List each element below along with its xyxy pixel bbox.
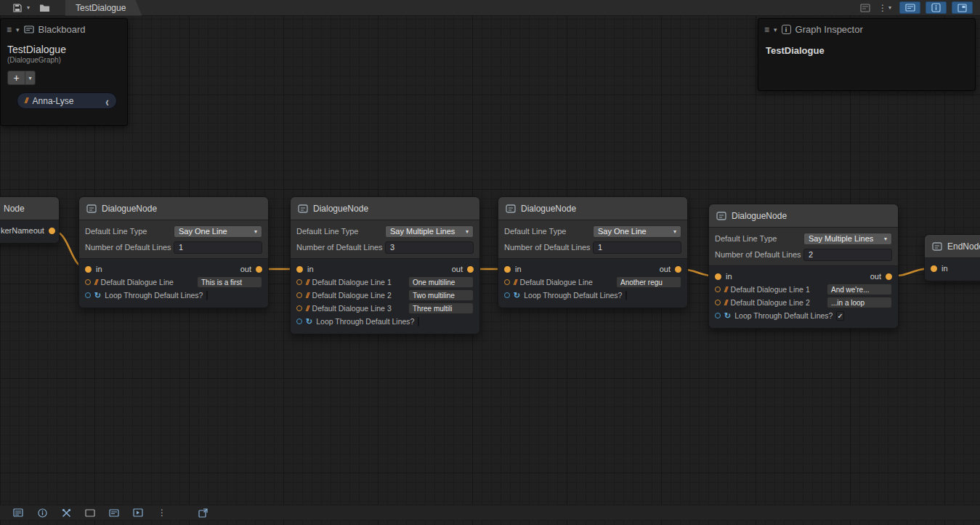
- dialogue-line-field[interactable]: ...in a loop: [827, 297, 892, 308]
- out-port[interactable]: [675, 266, 681, 273]
- line-type-label: Default Line Type: [296, 227, 385, 236]
- in-port[interactable]: [931, 265, 937, 272]
- dialogue-node-icon: [298, 204, 308, 214]
- loop-checkbox[interactable]: [418, 317, 419, 326]
- node-title: DialogueNode: [732, 211, 787, 221]
- more-button[interactable]: ⋮: [154, 507, 170, 519]
- dialogue-node-icon: [716, 211, 726, 221]
- line-port[interactable]: [296, 292, 302, 298]
- node-title-bar[interactable]: EndNode: [925, 235, 980, 258]
- dots-icon: ⋮: [878, 3, 887, 13]
- node-title-bar[interactable]: DialogueNode: [79, 197, 268, 220]
- dialogue-line-field[interactable]: Two multiline: [408, 289, 474, 301]
- inspector-toggle-icon: [931, 3, 941, 12]
- in-port[interactable]: [85, 266, 92, 273]
- blackboard-toggle-button[interactable]: [899, 1, 920, 14]
- node-title-bar[interactable]: Node: [0, 197, 59, 220]
- dialogue-line-field[interactable]: And we're...: [827, 284, 892, 295]
- dialogue-line-label: Default Dialogue Line 1: [731, 285, 810, 294]
- loop-checkbox[interactable]: ✓: [836, 311, 843, 321]
- loop-label: Loop Through Default Lines?: [316, 317, 414, 326]
- line-type-dropdown[interactable]: Say One Line ▾: [174, 225, 262, 238]
- top-toolbar: ▾ TestDialogue ⋮ ▾: [0, 0, 980, 16]
- open-folder-button[interactable]: [37, 1, 52, 15]
- dots-icon: ⋮: [158, 508, 166, 518]
- line-port[interactable]: [85, 279, 91, 285]
- in-port[interactable]: [504, 266, 511, 273]
- dialogue-line-field[interactable]: This is a first: [197, 276, 262, 288]
- out-port[interactable]: [886, 273, 892, 280]
- in-port[interactable]: [715, 273, 721, 280]
- collapse-caret-icon[interactable]: ▾: [16, 26, 20, 33]
- dialogue-line-field[interactable]: Another regu: [616, 276, 681, 288]
- save-button[interactable]: [10, 1, 25, 15]
- node-title-bar[interactable]: DialogueNode: [291, 197, 479, 220]
- loop-checkbox[interactable]: [206, 291, 208, 300]
- info-button[interactable]: [34, 507, 50, 519]
- external-panel-button[interactable]: [195, 507, 211, 519]
- panel-play-button[interactable]: [130, 507, 146, 519]
- line-type-dropdown[interactable]: Say One Line ▾: [593, 225, 681, 238]
- dialogue-node-4[interactable]: DialogueNode Default Line Type Say Multi…: [708, 204, 899, 329]
- num-lines-field[interactable]: 3: [385, 241, 474, 254]
- line-type-dropdown[interactable]: Say Multiple Lines ▾: [385, 225, 474, 238]
- save-dropdown-caret-icon[interactable]: ▾: [27, 4, 30, 11]
- bool-port[interactable]: [296, 318, 302, 324]
- line-type-dropdown[interactable]: Say Multiple Lines ▾: [803, 233, 892, 245]
- console-button[interactable]: [10, 507, 26, 519]
- blackboard-add-row: + ▾: [7, 71, 127, 85]
- frame-icon: [85, 509, 95, 517]
- add-field-button[interactable]: + ▾: [7, 71, 36, 85]
- blackboard-icon: [109, 509, 119, 517]
- tools-button[interactable]: [58, 507, 74, 519]
- node-title-bar[interactable]: DialogueNode: [498, 197, 687, 220]
- bool-port[interactable]: [504, 292, 510, 298]
- node-title: Node: [4, 204, 25, 214]
- quote-icon: //: [25, 97, 28, 105]
- node-title-bar[interactable]: DialogueNode: [709, 204, 898, 228]
- out-port[interactable]: [467, 266, 474, 273]
- loop-checkbox[interactable]: [625, 291, 627, 300]
- quote-icon: //: [306, 278, 309, 286]
- minimap-toggle-button[interactable]: [952, 1, 973, 14]
- line-port[interactable]: [296, 279, 302, 285]
- dialogue-node-3[interactable]: DialogueNode Default Line Type Say One L…: [498, 196, 688, 308]
- line-port[interactable]: [296, 305, 302, 311]
- bool-port[interactable]: [715, 313, 721, 318]
- line-port[interactable]: [715, 300, 721, 305]
- dialogue-line-field[interactable]: Three multili: [408, 302, 474, 314]
- dialogue-line-field[interactable]: One multiline: [408, 276, 474, 288]
- partial-node[interactable]: Node kerName out: [0, 196, 60, 244]
- hamburger-icon[interactable]: ≡: [764, 25, 769, 35]
- out-port[interactable]: [49, 228, 55, 234]
- blackboard-button[interactable]: [106, 507, 122, 519]
- num-lines-field[interactable]: 1: [174, 241, 262, 254]
- mini-panel-icon[interactable]: [860, 4, 870, 12]
- in-port[interactable]: [296, 266, 303, 273]
- end-node-icon: [932, 241, 942, 252]
- line-type-label: Default Line Type: [85, 227, 174, 236]
- line-port[interactable]: [504, 279, 510, 285]
- num-lines-field[interactable]: 1: [593, 241, 681, 254]
- bool-port[interactable]: [85, 292, 91, 298]
- line-port[interactable]: [715, 286, 721, 292]
- end-node[interactable]: EndNode in: [924, 234, 980, 281]
- line-type-value: Say Multiple Lines: [390, 227, 455, 236]
- folder-icon: [39, 4, 50, 12]
- blackboard-field-anna-lyse[interactable]: // Anna-Lyse ‹: [17, 92, 117, 109]
- chevron-left-icon[interactable]: ‹: [105, 93, 109, 108]
- graph-tab[interactable]: TestDialogue: [65, 0, 142, 16]
- frame-button[interactable]: [82, 507, 98, 519]
- inspector-toggle-button[interactable]: [926, 1, 947, 14]
- out-port[interactable]: [256, 266, 262, 273]
- overflow-menu-button[interactable]: ⋮ ▾: [875, 1, 894, 14]
- graph-inspector-panel: ≡ ▾ i Graph Inspector TestDialogue: [758, 18, 976, 91]
- dialogue-node-1[interactable]: DialogueNode Default Line Type Say One L…: [78, 196, 269, 308]
- hamburger-icon[interactable]: ≡: [7, 25, 12, 35]
- graph-inspector-title: Graph Inspector: [795, 24, 863, 35]
- collapse-caret-icon[interactable]: ▾: [774, 26, 777, 33]
- add-dropdown-caret-icon[interactable]: ▾: [25, 75, 35, 81]
- dialogue-node-2[interactable]: DialogueNode Default Line Type Say Multi…: [290, 196, 480, 334]
- loop-icon: ↻: [306, 317, 312, 326]
- num-lines-field[interactable]: 2: [803, 249, 892, 261]
